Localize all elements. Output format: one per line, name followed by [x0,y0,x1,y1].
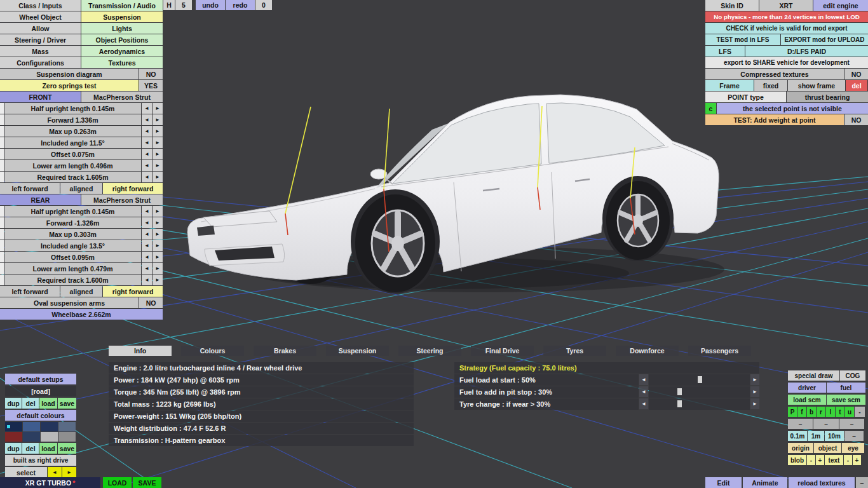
zero-springs-value[interactable]: YES [139,80,163,91]
increase-arrow-button[interactable]: ► [153,149,163,159]
check-valid-button[interactable]: CHECK if vehicle is valid for mod export [705,23,868,34]
setup-del-button[interactable]: del [22,398,39,409]
menu-transmission-audio[interactable]: Transmission / Audio [81,0,163,11]
decrease-arrow-button[interactable]: ◄ [142,240,152,251]
special-draw-button[interactable]: special draw [788,370,839,381]
colour-save-button[interactable]: save [58,443,76,454]
decrease-arrow-button[interactable]: ◄ [142,160,152,171]
test-weight-button[interactable]: TEST: Add weight at point [705,114,844,125]
colour-swatch[interactable] [23,432,40,442]
minus-button[interactable]: – [856,477,868,488]
tab-final-drive[interactable]: Final Drive [471,346,534,356]
rear-left-forward[interactable]: left forward [0,286,60,297]
toggle-l-button[interactable]: l [826,407,835,417]
increase-arrow-button[interactable]: ► [153,240,163,251]
dash-button[interactable]: – [839,419,864,429]
increase-arrow-button[interactable]: ► [153,103,163,114]
redo-button[interactable]: redo [226,0,255,10]
colour-swatch[interactable] [5,432,22,442]
required-track-front[interactable]: Required track 1.605m [4,172,141,182]
slider-notch[interactable] [0,149,4,159]
grid-1m-button[interactable]: 1m [808,431,824,441]
colour-swatch[interactable] [41,422,58,431]
param-half-upright-front[interactable]: Half upright length 0.145m [4,103,141,114]
edit-mode-button[interactable]: Edit [705,477,742,488]
slider-handle[interactable] [677,388,682,395]
slider-notch[interactable] [0,274,4,285]
tab-steering[interactable]: Steering [398,346,461,356]
toggle-t-button[interactable]: t [836,407,844,417]
decrease-arrow-button[interactable]: ◄ [142,229,152,240]
param-offset-front[interactable]: Offset 0.075m [4,149,141,159]
increase-arrow-button[interactable]: ► [153,229,163,240]
load-button[interactable]: LOAD [103,477,132,488]
slider-notch[interactable] [0,240,4,251]
slider-handle[interactable] [698,376,702,383]
frame-tab[interactable]: Frame [705,80,754,91]
increase-arrow-button[interactable]: ► [750,386,759,397]
param-lower-arm-front[interactable]: Lower arm length 0.496m [4,160,141,171]
lfs-button[interactable]: LFS [705,46,745,57]
increase-arrow-button[interactable]: ► [153,126,163,137]
dash-button[interactable]: – [788,419,813,429]
eye-button[interactable]: eye [842,443,864,453]
decrease-arrow-button[interactable]: ◄ [142,274,152,285]
point-type-value[interactable]: thrust bearing [787,92,868,102]
param-half-upright-rear[interactable]: Half upright length 0.145m [4,206,141,217]
suspension-diagram-label[interactable]: Suspension diagram [0,69,139,79]
tab-downforce[interactable]: Downforce [616,346,679,356]
decrease-arrow-button[interactable]: ◄ [142,137,152,148]
test-weight-value[interactable]: NO [844,114,868,125]
toggle-r-button[interactable]: r [817,407,825,417]
param-max-up-rear[interactable]: Max up 0.303m [4,229,141,240]
tab-info[interactable]: Info [109,346,172,356]
select-prev-arrow[interactable]: ◄ [48,467,62,478]
colour-swatch[interactable] [23,422,40,431]
skin-id-value[interactable]: XRT [759,0,813,11]
slider-notch[interactable] [0,103,4,114]
save-button[interactable]: SAVE [133,477,161,488]
slider-notch[interactable] [0,172,4,182]
slider-notch[interactable] [0,137,4,148]
colour-swatch[interactable] [5,422,22,431]
decrease-arrow-button[interactable]: ◄ [142,172,152,182]
select-button[interactable]: select [5,467,47,478]
increase-arrow-button[interactable]: ► [153,172,163,182]
front-aligned[interactable]: aligned [60,183,102,194]
decrease-arrow-button[interactable]: ◄ [142,263,152,274]
colour-del-button[interactable]: del [22,443,39,454]
tab-passengers[interactable]: Passengers [688,346,751,356]
tab-brakes[interactable]: Brakes [254,346,316,356]
param-forward-rear[interactable]: Forward -1.326m [4,217,141,228]
colour-load-button[interactable]: load [39,443,57,454]
save-scm-button[interactable]: save scm [827,395,865,405]
param-included-angle-rear[interactable]: Included angle 13.5° [4,240,141,251]
decrease-arrow-button[interactable]: ◄ [142,126,152,137]
lfs-path[interactable]: D:/LFS PAID [745,46,868,57]
increase-arrow-button[interactable]: ► [153,137,163,148]
menu-allow[interactable]: Allow [0,23,81,34]
undo-button[interactable]: undo [196,0,225,10]
edit-engine-button[interactable]: edit engine [813,0,868,11]
increase-arrow-button[interactable]: ► [750,398,759,409]
menu-configurations[interactable]: Configurations [0,57,81,68]
menu-wheel-object[interactable]: Wheel Object [0,11,81,22]
tab-suspension[interactable]: Suspension [326,346,389,356]
show-frame-button[interactable]: show frame [788,80,845,91]
grid-0-1m-button[interactable]: 0.1m [788,431,807,441]
share-export-button[interactable]: export to SHARE vehicle for development [705,57,868,68]
param-included-angle-front[interactable]: Included angle 11.5° [4,137,141,148]
dash-button[interactable]: – [813,419,839,429]
export-mod-button[interactable]: EXPORT mod for UPLOAD [781,34,868,45]
delete-frame-button[interactable]: del [846,80,867,91]
blob-button[interactable]: blob [788,455,806,465]
slider-handle[interactable] [677,400,682,407]
slider-notch[interactable] [0,252,4,262]
animate-mode-button[interactable]: Animate [743,477,787,488]
slider-notch[interactable] [0,206,4,217]
toggle-b-button[interactable]: b [807,407,816,417]
test-mod-button[interactable]: TEST mod in LFS [705,34,780,45]
reload-textures-button[interactable]: reload textures [789,477,855,488]
c-toggle-button[interactable]: c [705,103,716,114]
cog-button[interactable]: COG [840,370,865,381]
